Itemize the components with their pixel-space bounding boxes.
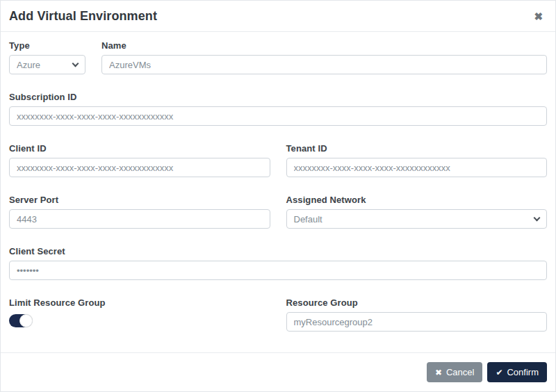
dialog-header: Add Virtual Environment ✖ bbox=[1, 1, 555, 32]
client-id-label: Client ID bbox=[9, 143, 270, 154]
assigned-network-select[interactable]: Default bbox=[286, 209, 548, 229]
row-resource-group: Limit Resource Group Resource Group bbox=[9, 297, 547, 332]
tenant-id-label: Tenant ID bbox=[286, 143, 548, 154]
resource-group-input[interactable] bbox=[286, 312, 548, 332]
server-port-label: Server Port bbox=[9, 195, 270, 205]
limit-resource-group-toggle[interactable] bbox=[9, 314, 31, 327]
field-client-secret: Client Secret bbox=[9, 246, 547, 280]
cancel-button[interactable]: ✖ Cancel bbox=[427, 362, 483, 382]
row-type-name: Type Azure Name bbox=[9, 40, 547, 74]
client-secret-input[interactable] bbox=[9, 261, 547, 280]
row-client-secret: Client Secret bbox=[9, 246, 547, 280]
subscription-id-label: Subscription ID bbox=[9, 92, 547, 102]
resource-group-label: Resource Group bbox=[286, 297, 548, 308]
server-port-input[interactable] bbox=[9, 209, 270, 229]
confirm-button[interactable]: ✔ Confirm bbox=[487, 362, 547, 382]
field-subscription-id: Subscription ID bbox=[9, 92, 547, 126]
subscription-id-input[interactable] bbox=[9, 106, 547, 126]
field-assigned-network: Assigned Network Default bbox=[286, 195, 548, 229]
name-input[interactable] bbox=[101, 55, 547, 74]
dialog-title: Add Virtual Environment bbox=[9, 9, 157, 24]
client-secret-label: Client Secret bbox=[9, 246, 547, 256]
field-limit-resource-group: Limit Resource Group bbox=[9, 297, 270, 332]
add-virtual-environment-dialog: Add Virtual Environment ✖ Type Azure Nam… bbox=[0, 0, 556, 392]
field-type: Type Azure bbox=[9, 40, 85, 74]
confirm-button-label: Confirm bbox=[507, 367, 539, 377]
x-icon: ✖ bbox=[435, 368, 442, 377]
row-port-network: Server Port Assigned Network Default bbox=[9, 195, 547, 229]
cancel-button-label: Cancel bbox=[446, 367, 474, 377]
type-select[interactable]: Azure bbox=[9, 55, 85, 74]
name-label: Name bbox=[101, 40, 547, 51]
dialog-footer: ✖ Cancel ✔ Confirm bbox=[1, 352, 555, 391]
check-icon: ✔ bbox=[496, 368, 502, 377]
field-client-id: Client ID bbox=[9, 143, 270, 177]
row-client-tenant: Client ID Tenant ID bbox=[9, 143, 547, 177]
limit-resource-group-label: Limit Resource Group bbox=[9, 297, 270, 308]
field-tenant-id: Tenant ID bbox=[286, 143, 548, 177]
dialog-body: Type Azure Name Subscription ID bbox=[1, 32, 555, 352]
toggle-knob bbox=[19, 314, 33, 327]
row-subscription-id: Subscription ID bbox=[9, 92, 547, 126]
field-server-port: Server Port bbox=[9, 195, 270, 229]
type-label: Type bbox=[9, 40, 85, 51]
tenant-id-input[interactable] bbox=[286, 158, 548, 177]
assigned-network-label: Assigned Network bbox=[286, 195, 548, 205]
field-name: Name bbox=[101, 40, 547, 74]
client-id-input[interactable] bbox=[9, 158, 270, 177]
close-icon[interactable]: ✖ bbox=[532, 10, 544, 23]
field-resource-group: Resource Group bbox=[286, 297, 548, 332]
